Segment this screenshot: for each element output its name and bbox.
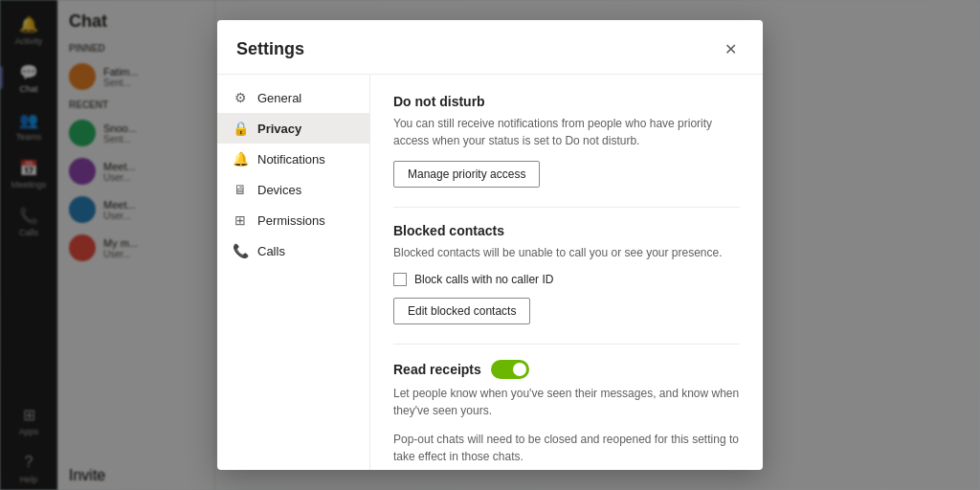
nav-label-notifications: Notifications: [257, 152, 325, 167]
read-receipts-toggle-row: Read receipts: [393, 360, 740, 379]
block-caller-id-label: Block calls with no caller ID: [414, 273, 553, 286]
read-receipts-section: Read receipts Let people know when you'v…: [393, 360, 740, 465]
devices-icon: 🖥: [233, 182, 248, 197]
dialog-title: Settings: [236, 39, 304, 59]
lock-icon: 🔒: [233, 121, 248, 136]
blocked-contacts-section: Blocked contacts Blocked contacts will b…: [393, 223, 740, 324]
do-not-disturb-title: Do not disturb: [393, 94, 740, 109]
dialog-body: ⚙ General 🔒 Privacy 🔔 Notifications 🖥 De…: [217, 75, 763, 470]
nav-item-permissions[interactable]: ⊞ Permissions: [217, 205, 369, 235]
manage-priority-button[interactable]: Manage priority access: [393, 161, 540, 188]
dialog-backdrop: Settings ✕ ⚙ General 🔒 Privacy 🔔 Notific…: [0, 0, 980, 490]
do-not-disturb-description: You can still receive notifications from…: [393, 115, 740, 149]
settings-dialog: Settings ✕ ⚙ General 🔒 Privacy 🔔 Notific…: [217, 20, 763, 470]
nav-item-calls[interactable]: 📞 Calls: [217, 235, 369, 266]
settings-content: Do not disturb You can still receive not…: [370, 75, 763, 470]
edit-blocked-contacts-button[interactable]: Edit blocked contacts: [393, 298, 530, 324]
nav-item-notifications[interactable]: 🔔 Notifications: [217, 144, 369, 174]
phone-icon: 📞: [233, 243, 248, 258]
nav-label-calls: Calls: [257, 244, 285, 258]
read-receipts-description1: Let people know when you've seen their m…: [393, 385, 740, 419]
permissions-icon: ⊞: [233, 212, 248, 228]
blocked-contacts-title: Blocked contacts: [393, 223, 740, 238]
nav-label-privacy: Privacy: [257, 122, 301, 136]
blocked-contacts-description: Blocked contacts will be unable to call …: [393, 244, 740, 261]
divider-2: [393, 344, 740, 345]
gear-icon: ⚙: [233, 90, 248, 105]
dialog-titlebar: Settings ✕: [217, 20, 763, 75]
read-receipts-description2: Pop-out chats will need to be closed and…: [393, 431, 740, 465]
nav-label-devices: Devices: [257, 183, 301, 197]
nav-item-devices[interactable]: 🖥 Devices: [217, 174, 369, 205]
block-caller-id-checkbox[interactable]: [393, 273, 407, 286]
close-button[interactable]: ✕: [717, 35, 744, 62]
read-receipts-toggle[interactable]: [491, 360, 529, 379]
nav-item-privacy[interactable]: 🔒 Privacy: [217, 113, 369, 144]
nav-item-general[interactable]: ⚙ General: [217, 82, 369, 113]
nav-label-general: General: [257, 91, 301, 105]
divider-1: [393, 207, 740, 208]
block-caller-id-row: Block calls with no caller ID: [393, 273, 740, 286]
do-not-disturb-section: Do not disturb You can still receive not…: [393, 94, 740, 188]
settings-nav: ⚙ General 🔒 Privacy 🔔 Notifications 🖥 De…: [217, 75, 370, 470]
bell-icon: 🔔: [233, 151, 248, 167]
read-receipts-title: Read receipts: [393, 362, 481, 377]
nav-label-permissions: Permissions: [257, 213, 325, 228]
